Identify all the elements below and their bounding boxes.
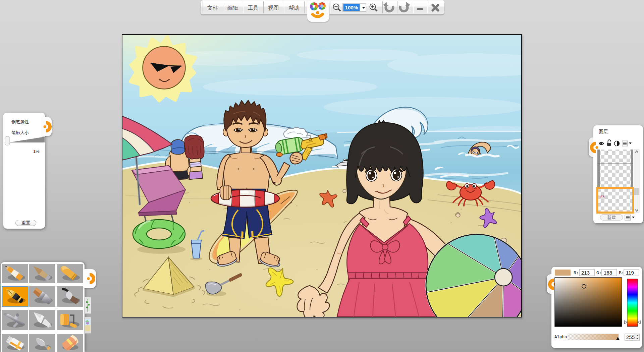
svg-text:255: 255 — [626, 334, 635, 340]
svg-text:119: 119 — [626, 270, 634, 276]
svg-text:G:: G: — [596, 271, 602, 276]
svg-text:Alpha: Alpha — [554, 335, 567, 340]
svg-text:R:: R: — [574, 271, 579, 276]
svg-text:168: 168 — [604, 270, 612, 276]
svg-text:100%: 100% — [345, 5, 358, 10]
svg-text:新建: 新建 — [607, 215, 616, 220]
svg-text:B:: B: — [619, 271, 624, 276]
svg-text:213: 213 — [581, 270, 590, 276]
